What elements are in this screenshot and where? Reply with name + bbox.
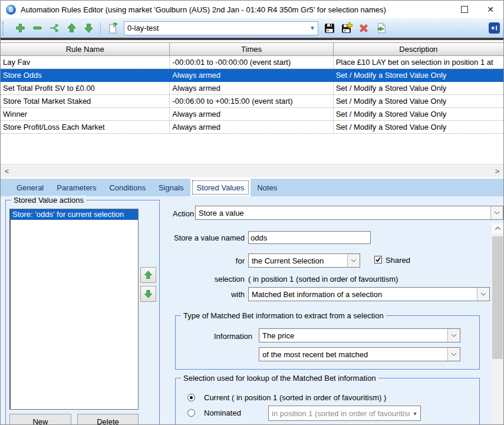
scroll-right-button[interactable]: > (491, 164, 503, 177)
group-title: Type of Matched Bet information to extra… (181, 311, 386, 320)
rule-name-cell: Store Total Market Staked (1, 95, 170, 107)
toolbar-overflow-button[interactable] (489, 22, 500, 34)
tab-stored-values[interactable]: Stored Values (190, 179, 251, 196)
stored-value-actions-list[interactable]: Store: 'odds' for current selection (9, 209, 139, 410)
information-combobox[interactable]: The price (259, 328, 460, 342)
nominated-radio-label[interactable]: Nominated (204, 408, 241, 417)
column-header-rule-name[interactable]: Rule Name (1, 43, 170, 55)
new-rules-file-button[interactable] (107, 22, 118, 34)
nominated-position-value: in position 1 (sorted in order of favour… (269, 409, 410, 418)
app-logo-icon: B (6, 5, 16, 15)
nominated-radio[interactable] (187, 409, 195, 417)
save-rules-as-button[interactable] (341, 22, 353, 34)
rule-set-combobox[interactable]: 0-lay-test ▼ (124, 21, 318, 35)
scroll-left-button[interactable]: < (1, 164, 13, 177)
chevron-down-icon (477, 288, 489, 301)
table-row[interactable]: Lay Fav -00:00:01 to -00:00:00 (event st… (1, 56, 503, 69)
delete-action-button[interactable]: Delete (77, 414, 139, 425)
table-row[interactable]: Store Total Market Staked -00:06:00 to +… (1, 95, 503, 108)
scrollbar-thumb[interactable] (492, 236, 503, 359)
rules-table: Rule Name Times Description Lay Fav -00:… (1, 42, 503, 164)
close-button[interactable]: ✕ (477, 1, 503, 18)
for-combobox[interactable]: the Current Selection (248, 253, 360, 268)
new-action-button[interactable]: New (9, 414, 71, 425)
rule-name-cell: Store Odds (1, 69, 170, 81)
vertical-scrollbar[interactable] (492, 223, 503, 425)
down-arrow-icon (143, 289, 153, 299)
new-file-icon (107, 22, 118, 34)
chevron-down-icon: ▼ (307, 25, 318, 31)
horizontal-scrollbar[interactable]: < > (1, 164, 503, 177)
tab-notes[interactable]: Notes (251, 179, 284, 196)
branch-rule-button[interactable] (48, 22, 60, 34)
store-value-name-label: Store a value named (172, 233, 245, 242)
scroll-right-icon: > (495, 167, 500, 176)
delete-rules-file-button[interactable] (358, 22, 370, 34)
current-radio[interactable] (187, 394, 195, 401)
table-row[interactable]: Set Total Profit SV to £0.00 Always arme… (1, 82, 503, 95)
selection-note: ( in position 1 (sorted in order of favo… (248, 275, 398, 284)
up-arrow-icon (66, 22, 77, 34)
rule-set-value: 0-lay-test (124, 24, 307, 32)
column-header-times[interactable]: Times (170, 43, 333, 55)
times-cell: Always armed (170, 108, 333, 120)
rule-name-cell: Set Total Profit SV to £0.00 (1, 82, 170, 94)
import-rules-button[interactable] (375, 22, 387, 34)
with-label: with (172, 290, 245, 299)
close-icon: ✕ (487, 5, 494, 14)
description-cell: Set / Modify a Stored Value Only (334, 82, 503, 94)
up-arrow-icon (143, 270, 153, 280)
column-header-description[interactable]: Description (334, 43, 503, 55)
table-row-selected[interactable]: Store Odds Always armed Set / Modify a S… (1, 69, 503, 82)
toolbar-separator (100, 22, 101, 34)
tab-conditions[interactable]: Conditions (103, 179, 151, 196)
move-rule-down-button[interactable] (83, 22, 94, 34)
description-cell: Set / Modify a Stored Value Only (334, 121, 503, 133)
list-item-selected[interactable]: Store: 'odds' for current selection (11, 209, 138, 220)
shared-label: Shared (386, 256, 410, 265)
shared-checkbox[interactable] (374, 256, 382, 263)
times-cell: Always armed (170, 121, 333, 133)
information-secondary-combobox[interactable]: of the most recent bet matched (259, 347, 460, 361)
move-action-up-button[interactable] (140, 267, 156, 283)
window-title: Automation Rules Editor (using market 'G… (21, 5, 386, 14)
tab-parameters[interactable]: Parameters (50, 179, 103, 196)
toolbar-grip[interactable] (2, 21, 6, 35)
information-value: The price (259, 331, 447, 340)
current-radio-label[interactable]: Current ( in position 1 (sorted in order… (204, 393, 386, 402)
for-label: for (172, 256, 245, 265)
table-row[interactable]: Winner Always armed Set / Modify a Store… (1, 108, 503, 121)
with-value: Matched Bet information of a selection (249, 290, 477, 299)
branch-icon (49, 22, 60, 34)
scroll-up-icon (495, 226, 501, 230)
rule-name-cell: Store Profit/Loss Each Market (1, 121, 170, 133)
matched-bet-info-group: Type of Matched Bet information to extra… (175, 315, 480, 370)
group-title: Selection used for lookup of the Matched… (181, 374, 378, 383)
description-cell: Set / Modify a Stored Value Only (334, 95, 503, 107)
times-cell: -00:06:00 to +00:15:00 (event start) (170, 95, 333, 107)
action-combobox[interactable]: Store a value (195, 206, 503, 220)
information-secondary-value: of the most recent bet matched (259, 350, 447, 359)
information-label: Information (193, 332, 252, 341)
times-cell: Always armed (170, 69, 333, 81)
add-rule-button[interactable] (14, 22, 26, 34)
remove-rule-button[interactable] (31, 22, 43, 34)
maximize-icon (461, 6, 468, 13)
chevron-down-icon (447, 329, 460, 342)
save-icon (324, 22, 335, 34)
tab-signals[interactable]: Signals (152, 179, 190, 196)
selection-label: selection (172, 275, 245, 284)
table-row[interactable]: Store Profit/Loss Each Market Always arm… (1, 121, 503, 134)
scroll-up-button[interactable] (492, 223, 503, 233)
store-value-name-input[interactable] (248, 231, 371, 244)
save-rules-button[interactable] (324, 22, 335, 34)
move-rule-up-button[interactable] (65, 22, 77, 34)
with-combobox[interactable]: Matched Bet information of a selection (248, 287, 490, 301)
tab-general[interactable]: General (10, 179, 50, 196)
lookup-selection-group: Selection used for lookup of the Matched… (175, 378, 480, 425)
rules-table-header: Rule Name Times Description (1, 42, 503, 56)
plus-icon (15, 22, 26, 34)
maximize-button[interactable] (452, 1, 477, 18)
move-action-down-button[interactable] (140, 286, 156, 302)
stored-values-panel: Stored Value actions Store: 'odds' for c… (1, 196, 503, 425)
